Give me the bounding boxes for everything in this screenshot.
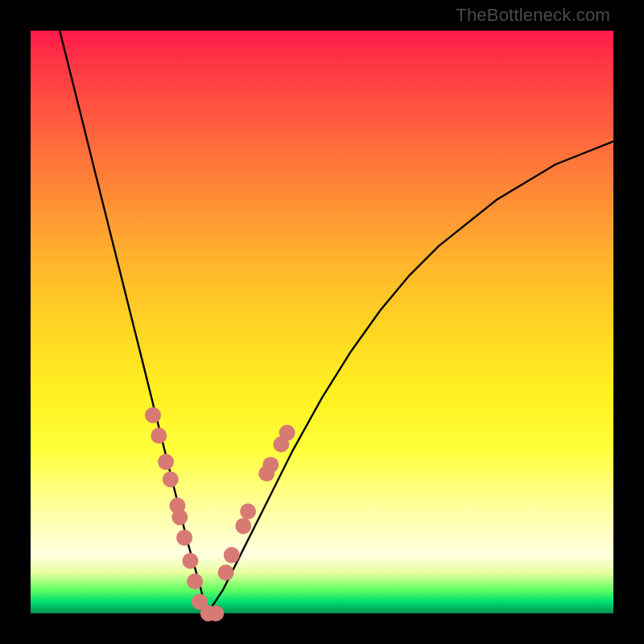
- chart-background-gradient: [31, 31, 613, 613]
- chart-container: TheBottleneck.com: [0, 0, 644, 644]
- watermark-text: TheBottleneck.com: [456, 5, 610, 26]
